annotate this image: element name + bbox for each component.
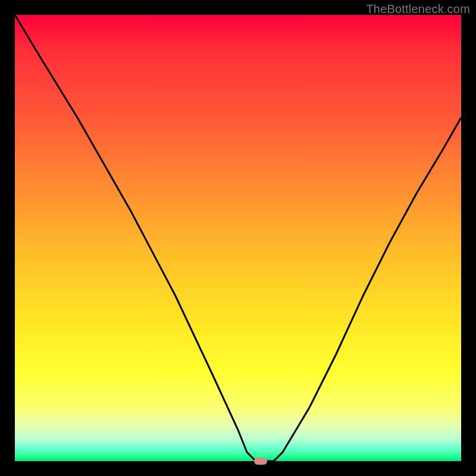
plot-area [15,15,461,461]
bottleneck-chart: TheBottleneck.com [0,0,476,476]
curve-layer [15,15,461,461]
bottleneck-line [15,15,461,461]
watermark-text: TheBottleneck.com [366,2,470,16]
optimal-marker [254,458,267,465]
